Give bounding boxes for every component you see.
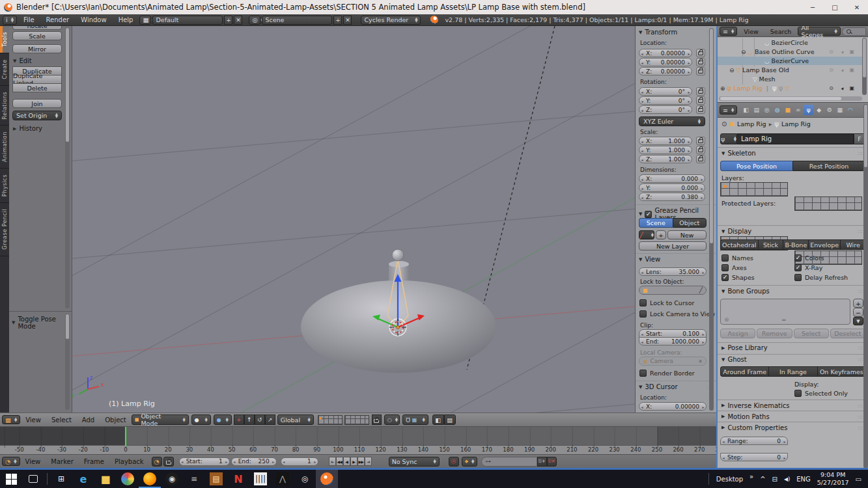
- location-z-field[interactable]: Z:0.00000: [639, 67, 692, 75]
- bone-group-filter-button[interactable]: ▼: [853, 317, 863, 325]
- dimension-y-field[interactable]: Y:0.000: [639, 183, 705, 192]
- action-center-icon[interactable]: ▭: [856, 476, 861, 483]
- gp-scene-tab[interactable]: Scene: [639, 218, 673, 228]
- outliner-vscrollbar[interactable]: [862, 38, 867, 95]
- delete-button[interactable]: Delete: [12, 83, 62, 92]
- join-button[interactable]: Join: [12, 99, 62, 108]
- Select[interactable]: Select: [794, 329, 829, 338]
- end-frame-field[interactable]: End:250: [231, 457, 277, 466]
- edit-panel-header[interactable]: Edit: [13, 57, 32, 64]
- render-engine-select[interactable]: Cycles Render: [361, 16, 421, 25]
- outliner-filter-select[interactable]: All Scenes: [798, 27, 840, 36]
- selected-only-row[interactable]: Selected Only: [794, 390, 848, 397]
- rotation-z-field[interactable]: Z:0°: [639, 105, 692, 114]
- outliner-editor-type-button[interactable]: ≡: [720, 27, 737, 36]
- lock-rotation-x-button[interactable]: [696, 87, 705, 96]
- armature-layers-grid-left[interactable]: [720, 182, 788, 197]
- viewport-editor-type-button[interactable]: ▦: [2, 415, 20, 424]
- timeline-editor[interactable]: -50 -40 -30 -20 -10 0 10 20 30 40 50: [0, 427, 716, 454]
- use-preview-range-button[interactable]: ◔: [152, 457, 162, 467]
- app-barcode-icon[interactable]: ||||: [249, 470, 272, 488]
- timeline-menu[interactable]: Frame: [79, 458, 109, 465]
- dimension-z-field[interactable]: Z:0.380: [639, 193, 705, 201]
- gp-new-button[interactable]: New: [667, 230, 707, 239]
- gp-new-layer-button[interactable]: New Layer: [639, 241, 707, 251]
- area-divider[interactable]: [716, 26, 718, 468]
- infobar-menu[interactable]: Help: [113, 16, 139, 23]
- Around Frame[interactable]: Around Frame: [720, 366, 768, 377]
- bone-icon[interactable]: ◆: [814, 105, 824, 115]
- add-layout-button[interactable]: +: [224, 16, 232, 25]
- play-button[interactable]: ▶: [350, 457, 357, 466]
- lock-to-object-picker[interactable]: ■ ╱: [639, 286, 707, 295]
- collapse-icon[interactable]: ⊖: [741, 49, 746, 55]
- rotate-manipulator-icon[interactable]: ↺: [255, 414, 265, 425]
- render-icon[interactable]: ◧: [741, 105, 751, 115]
- world-icon[interactable]: ◍: [772, 105, 782, 115]
- lens-field[interactable]: Lens:35.000: [639, 267, 707, 276]
- Wire[interactable]: Wire: [840, 239, 865, 250]
- network-icon[interactable]: ⊟: [772, 476, 777, 483]
- viewport-menu[interactable]: Add: [77, 416, 100, 424]
- local-camera-field[interactable]: ■ Camera ✕: [639, 357, 707, 366]
- outliner-item-beziercircle[interactable]: ◡BezierCircle: [718, 38, 862, 47]
- selectable-icon[interactable]: ▸: [839, 49, 845, 55]
- render-border-row[interactable]: Render Border: [639, 370, 695, 377]
- taskbar-overflow[interactable]: »: [749, 473, 753, 480]
- set-origin-select[interactable]: Set Origin: [12, 111, 62, 120]
- add-keyframe-button[interactable]: ⚿+: [537, 457, 547, 467]
- In Range[interactable]: In Range: [768, 366, 817, 377]
- Create[interactable]: Create: [0, 53, 9, 86]
- infobar-menu[interactable]: Window: [76, 16, 111, 23]
- Envelope[interactable]: Envelope: [808, 239, 840, 250]
- scale-x-field[interactable]: X:1.000: [639, 137, 692, 145]
- lock-time-button[interactable]: [163, 457, 174, 467]
- bone-tip-sphere[interactable]: [392, 249, 404, 261]
- rest-position-button[interactable]: Rest Position: [792, 161, 865, 171]
- hide-icon[interactable]: ⊙: [829, 49, 833, 55]
- language-indicator[interactable]: ENG: [796, 476, 811, 483]
- tray-expand-icon[interactable]: ^: [760, 476, 765, 483]
- delete-keyframe-button[interactable]: ⚿✕: [547, 457, 557, 467]
- Physics[interactable]: Physics: [0, 169, 9, 203]
- app-orange-icon[interactable]: ▤: [205, 470, 227, 488]
- Inverse Kinematics[interactable]: Inverse Kinematics: [721, 402, 790, 409]
- keying-set-select[interactable]: ⊶: [481, 457, 537, 467]
- clock[interactable]: 9:04 PM 5/27/2017: [817, 471, 849, 487]
- lock-rotation-z-button[interactable]: [696, 105, 705, 114]
- mode-select[interactable]: ■Object Mode: [132, 414, 189, 425]
- start-frame-field[interactable]: Start:1: [179, 457, 230, 466]
- jump-to-start-button[interactable]: ⇤: [329, 457, 336, 466]
- outliner-search-menu[interactable]: Search: [765, 28, 797, 35]
- outliner-hscrollbar[interactable]: [719, 96, 862, 101]
- app-audio-icon[interactable]: ◎: [294, 470, 316, 488]
- history-panel-header[interactable]: History: [13, 125, 42, 132]
- speaker-icon[interactable]: ◀): [784, 476, 790, 482]
- axes-row[interactable]: Axes: [721, 264, 747, 271]
- cursor-x-field[interactable]: X:0.00000: [639, 402, 707, 411]
- close-button[interactable]: ✕: [846, 0, 868, 14]
- Deselect[interactable]: Deselect: [830, 329, 865, 338]
- app-wings-icon[interactable]: ⋀: [272, 470, 294, 488]
- layers-grid-left[interactable]: [318, 415, 343, 425]
- play-reverse-button[interactable]: ◀: [343, 457, 350, 466]
- mirror-button[interactable]: Mirror: [12, 44, 62, 53]
- lock-to-cursor-row[interactable]: Lock to Cursor: [639, 299, 694, 306]
- screen-layout-icon-button[interactable]: ▦: [139, 16, 151, 25]
- viewport-menu[interactable]: View: [20, 416, 46, 424]
- dimension-x-field[interactable]: X:0.000: [639, 174, 705, 183]
- bone-group-remove-button[interactable]: −: [853, 308, 863, 317]
- lock-to-scene-button[interactable]: [372, 414, 382, 425]
- Assign[interactable]: Assign: [720, 329, 755, 338]
- delay-refresh-row[interactable]: Delay Refresh: [794, 274, 848, 281]
- rotation-mode-select[interactable]: XYZ Euler: [639, 116, 705, 126]
- shapes-row[interactable]: Shapes: [721, 274, 755, 281]
- translate-manipulator-icon[interactable]: ↑: [244, 414, 255, 425]
- snap-select[interactable]: Ω▦: [402, 414, 428, 425]
- scale-z-field[interactable]: Z:1.000: [639, 155, 692, 163]
- render-layers-icon[interactable]: ▤: [751, 105, 761, 115]
- app-n-icon[interactable]: N: [227, 470, 249, 488]
- Stick[interactable]: Stick: [758, 239, 783, 250]
- properties-scrollbar[interactable]: [863, 104, 868, 468]
- pose-library-panel-header[interactable]: Pose Library: [721, 344, 768, 351]
